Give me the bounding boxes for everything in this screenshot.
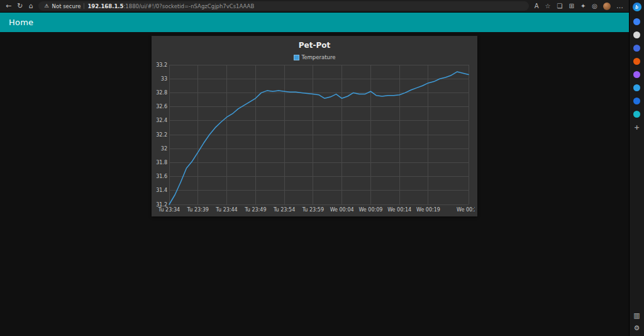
- browser-toolbar-icons: A☆❏⊞✦◎: [535, 3, 597, 9]
- edge-sidebar-icons: +: [633, 18, 640, 312]
- url-host: 192.168.1.5: [87, 3, 123, 9]
- url-text[interactable]: 192.168.1.5:1880/ui/#!/0?socketid=-nSAgz…: [87, 3, 254, 9]
- dashboard-body: Pet-Pot Temperature 31.231.431.631.83232…: [0, 32, 629, 336]
- profile-avatar[interactable]: [603, 3, 611, 10]
- shopping-sidebar-icon[interactable]: [633, 45, 640, 52]
- x-tick-label: We 00:04: [330, 207, 354, 213]
- y-tick-label: 32.6: [156, 104, 167, 109]
- chart-title: Pet-Pot: [152, 36, 477, 50]
- x-tick-label: We 00:19: [416, 207, 440, 213]
- browser-window: ← ↻ ⌂ ⚠ Not secure 192.168.1.5:1880/ui/#…: [0, 0, 644, 336]
- chart-card: Pet-Pot Temperature 31.231.431.631.83232…: [152, 36, 477, 216]
- x-tick-label: Tu 23:49: [244, 207, 266, 213]
- browser-topbar: ← ↻ ⌂ ⚠ Not secure 192.168.1.5:1880/ui/#…: [0, 0, 629, 13]
- home-button[interactable]: ⌂: [28, 3, 33, 9]
- not-secure-label[interactable]: Not secure: [52, 3, 81, 9]
- legend-label: Temperature: [302, 54, 336, 60]
- chart-legend[interactable]: Temperature: [152, 54, 477, 60]
- back-button[interactable]: ←: [6, 3, 11, 9]
- x-tick-label: We 00:09: [358, 207, 382, 213]
- url-path: :1880/ui/#!/0?socketid=-nSAgzCgjph7vCs1A…: [123, 3, 254, 9]
- y-tick-label: 31.4: [156, 188, 167, 193]
- tools-sidebar-icon[interactable]: [633, 98, 640, 104]
- add-sidebar-icon[interactable]: +: [633, 124, 640, 131]
- page-title: Home: [9, 18, 33, 27]
- dashboard-header: Home: [0, 13, 629, 32]
- settings-gear-icon[interactable]: ⚙: [634, 325, 640, 332]
- x-tick-label: Tu 23:44: [215, 207, 237, 213]
- y-tick-label: 32: [161, 146, 167, 152]
- extensions-icon[interactable]: ✦: [580, 3, 586, 9]
- temperature-series-line: [169, 72, 469, 204]
- page-content: Home Pet-Pot Temperature 31.231.431.631.…: [0, 13, 629, 336]
- legend-swatch: [294, 55, 299, 60]
- address-bar[interactable]: ⚠ Not secure 192.168.1.5:1880/ui/#!/0?so…: [38, 1, 528, 11]
- collections-icon[interactable]: ⊞: [569, 3, 574, 9]
- y-tick-label: 33: [161, 76, 167, 82]
- x-tick-label: Tu 23:39: [187, 207, 209, 213]
- y-tick-label: 32.8: [156, 90, 167, 96]
- refresh-button[interactable]: ↻: [17, 3, 23, 9]
- x-tick-label: We 00:14: [387, 207, 411, 213]
- bing-discover-icon[interactable]: b: [633, 3, 641, 11]
- temperature-line-chart[interactable]: 31.231.431.631.83232.232.432.632.83333.2…: [154, 62, 475, 215]
- x-tick-label: Tu 23:54: [273, 207, 295, 213]
- y-tick-label: 32.2: [156, 132, 167, 138]
- not-secure-warning-icon: ⚠: [44, 4, 48, 9]
- browser-essentials-icon[interactable]: ◎: [592, 3, 597, 9]
- browser-menu-button[interactable]: …: [616, 2, 623, 10]
- search-sidebar-icon[interactable]: [633, 31, 640, 38]
- favorites-star-icon[interactable]: ☆: [545, 3, 551, 9]
- read-aloud-icon[interactable]: A: [535, 3, 539, 9]
- y-tick-label: 33.2: [156, 62, 167, 68]
- edge-sidebar-bottom: ▥⚙: [633, 312, 640, 332]
- y-tick-label: 31.8: [156, 160, 167, 165]
- split-screen-icon[interactable]: ❏: [557, 3, 563, 9]
- edge-sidebar: b + ▥⚙: [629, 0, 644, 336]
- x-tick-label: Tu 23:59: [302, 207, 324, 213]
- y-tick-label: 32.4: [156, 118, 167, 123]
- x-tick-label: We 00:26: [457, 207, 475, 213]
- games-sidebar-icon[interactable]: [633, 71, 640, 78]
- outlook-sidebar-icon[interactable]: [633, 84, 640, 91]
- side-panel-toggle-icon[interactable]: ▥: [633, 312, 640, 319]
- microsoft365-sidebar-icon[interactable]: [633, 58, 640, 65]
- address-divider: [84, 3, 84, 9]
- drop-sidebar-icon[interactable]: [633, 111, 640, 118]
- y-tick-label: 31.6: [156, 174, 167, 179]
- copilot-sidebar-icon[interactable]: [633, 18, 640, 25]
- x-tick-label: Tu 23:34: [158, 207, 180, 213]
